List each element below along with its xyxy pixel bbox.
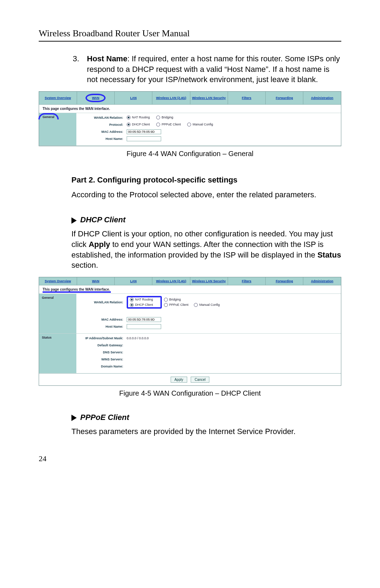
list-body: Host Name: If required, enter a host nam…	[87, 54, 341, 85]
radio-bridging[interactable]: Bridging	[156, 116, 173, 119]
page-number: 24	[39, 454, 341, 463]
triangle-icon	[71, 415, 77, 421]
tab-bar: System Overview WAN LAN Wireless LAN (2.…	[39, 277, 341, 285]
mac-address-input[interactable]	[127, 317, 161, 322]
figure-4-5: System Overview WAN LAN Wireless LAN (2.…	[39, 277, 341, 397]
tab-forwarding[interactable]: Forwarding	[266, 277, 303, 285]
button-row: Apply Cancel	[39, 373, 341, 385]
tab-filters[interactable]: Filters	[228, 92, 265, 105]
tab-wan[interactable]: WAN	[77, 92, 114, 105]
row-dns-servers: DNS Servers:	[79, 350, 338, 355]
doc-title: Wireless Broadband Router User Manual	[39, 28, 341, 39]
section-label-general: General	[39, 113, 76, 146]
host-name-input[interactable]	[127, 136, 161, 141]
row-wan-lan-relation: WAN/LAN Relation: NAT Routing DHCP Clien…	[79, 296, 338, 309]
figure-4-4-caption: Figure 4-4 WAN Configuration – General	[39, 150, 341, 158]
section-general: General WAN/LAN Relation: NAT Routing DH…	[39, 294, 341, 334]
radio-nat-routing[interactable]: NAT Routing	[130, 298, 153, 302]
radio-bridging[interactable]: Bridging	[164, 298, 181, 302]
radio-pppoe-client[interactable]: PPPoE Client	[164, 303, 189, 307]
tab-filters[interactable]: Filters	[228, 277, 265, 285]
radio-manual-config[interactable]: Manual Config	[194, 303, 220, 307]
tab-wan[interactable]: WAN	[77, 277, 114, 285]
row-ip-mask: IP Address/Subnet Mask:0.0.0.0 / 0.0.0.0	[79, 336, 338, 341]
tab-lan[interactable]: LAN	[115, 92, 152, 105]
highlight-box: NAT Routing DHCP Client	[127, 296, 162, 309]
dhcp-body: If DHCP Client is your option, no other …	[71, 229, 341, 271]
row-domain-name: Domain Name:	[79, 364, 338, 369]
panel-description: This page configures the WAN interface.	[39, 105, 341, 113]
figure-4-5-caption: Figure 4-5 WAN Configuration – DHCP Clie…	[39, 389, 341, 397]
section-label-general: General	[39, 294, 76, 333]
dhcp-heading: DHCP Client	[71, 215, 341, 225]
section-status: Status IP Address/Subnet Mask:0.0.0.0 / …	[39, 334, 341, 373]
row-wan-lan-relation: WAN/LAN Relation: NAT Routing Bridging	[79, 115, 338, 120]
row-host-name: Host Name:	[79, 136, 338, 141]
tab-lan[interactable]: LAN	[115, 277, 152, 285]
part2-body: According to the Protocol selected above…	[71, 190, 341, 200]
figure-4-4: System Overview WAN LAN Wireless LAN (2.…	[39, 91, 341, 158]
section-label-status: Status	[39, 334, 76, 373]
host-name-label: Host Name	[87, 54, 127, 63]
tab-administration[interactable]: Administration	[303, 92, 341, 105]
title-rule	[39, 41, 341, 42]
pppoe-body: Theses parameters are provided by the In…	[71, 426, 341, 437]
tab-wireless-security[interactable]: Wireless LAN Security	[190, 277, 228, 285]
row-default-gateway: Default Gateway:	[79, 343, 338, 348]
row-mac-address: MAC Address:	[79, 317, 338, 322]
tab-system-overview[interactable]: System Overview	[39, 92, 77, 105]
tab-forwarding[interactable]: Forwarding	[266, 92, 303, 105]
row-mac-address: MAC Address:	[79, 129, 338, 134]
apply-button[interactable]: Apply	[171, 377, 187, 383]
part2-heading: Part 2. Configuring protocol-specific se…	[71, 175, 341, 185]
triangle-icon	[71, 217, 77, 224]
row-protocol: Protocol: DHCP Client PPPoE Client Manua…	[79, 122, 338, 127]
radio-dhcp-client[interactable]: DHCP Client	[127, 123, 150, 126]
list-number: 3.	[71, 54, 79, 85]
radio-manual-config[interactable]: Manual Config	[187, 123, 213, 126]
pppoe-heading: PPPoE Client	[71, 412, 341, 423]
radio-dhcp-client[interactable]: DHCP Client	[130, 303, 153, 307]
tab-wireless-24g[interactable]: Wireless LAN (2.4G)	[152, 92, 190, 105]
router-panel-general: System Overview WAN LAN Wireless LAN (2.…	[39, 91, 341, 146]
row-protocol-label-only: Protocol:	[79, 310, 338, 315]
list-item-3: 3. Host Name: If required, enter a host …	[71, 54, 341, 85]
row-host-name: Host Name:	[79, 324, 338, 329]
cancel-button[interactable]: Cancel	[191, 377, 209, 383]
row-wins-servers: WINS Servers:	[79, 357, 338, 362]
router-panel-dhcp: System Overview WAN LAN Wireless LAN (2.…	[39, 277, 341, 386]
radio-pppoe-client[interactable]: PPPoE Client	[156, 123, 181, 126]
tab-system-overview[interactable]: System Overview	[39, 277, 77, 285]
tab-bar: System Overview WAN LAN Wireless LAN (2.…	[39, 92, 341, 105]
section-general: General WAN/LAN Relation: NAT Routing Br…	[39, 113, 341, 146]
tab-administration[interactable]: Administration	[303, 277, 341, 285]
mac-address-input[interactable]	[127, 129, 161, 134]
radio-nat-routing[interactable]: NAT Routing	[127, 116, 150, 119]
tab-wireless-security[interactable]: Wireless LAN Security	[190, 92, 228, 105]
tab-wireless-24g[interactable]: Wireless LAN (2.4G)	[152, 277, 190, 285]
panel-description: This page configures the WAN interface.	[39, 285, 341, 294]
host-name-input[interactable]	[127, 324, 161, 329]
